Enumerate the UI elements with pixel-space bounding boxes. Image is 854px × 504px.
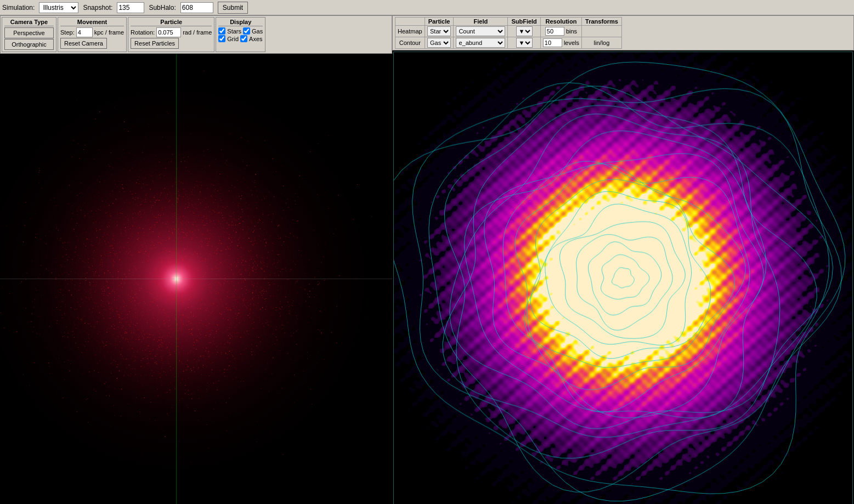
gas-label: Gas — [252, 28, 263, 35]
simulation-select[interactable]: Illustris TNG100 TNG300 — [39, 2, 78, 13]
subhalo-label: SubHalo: — [149, 4, 176, 12]
reset-particles-button[interactable]: Reset Particles — [131, 38, 179, 49]
right-panel: Particle Field SubField Resolution Trans… — [392, 15, 854, 504]
contour-resolution-input[interactable] — [543, 38, 562, 47]
top-toolbar: Simulation: Illustris TNG100 TNG300 Snap… — [0, 0, 854, 15]
contour-resolution-unit: levels — [564, 39, 579, 46]
perspective-button[interactable]: Perspective — [4, 27, 54, 38]
particle-section: Particle Rotation: rad / frame Reset Par… — [128, 17, 214, 52]
heatmap-resolution-unit: bins — [566, 28, 577, 35]
camera-type-section: Camera Type Perspective Orthographic — [2, 17, 56, 52]
snapshot-input[interactable] — [117, 2, 144, 13]
axes-checkbox[interactable] — [240, 35, 247, 42]
heatmap-view[interactable] — [393, 52, 853, 504]
col-subfield-header: SubField — [508, 18, 540, 26]
col-resolution-header: Resolution — [540, 18, 581, 26]
gas-checkbox[interactable] — [243, 27, 250, 35]
contour-transform: lin/log — [582, 37, 622, 49]
galaxy-canvas — [0, 54, 392, 504]
submit-button[interactable]: Submit — [218, 2, 248, 14]
camera-type-title: Camera Type — [4, 19, 54, 26]
heatmap-field-select[interactable]: Count Mass Velocity Temperature — [456, 26, 505, 36]
rotation-label: Rotation: — [131, 29, 155, 36]
contour-field-select[interactable]: e_abund Count Mass Temperature — [456, 38, 505, 48]
grid-label: Grid — [227, 36, 239, 42]
col-empty — [395, 18, 425, 26]
heatmap-subfield-select[interactable]: ▼ — [516, 26, 533, 36]
galaxy-view[interactable] — [0, 54, 392, 504]
heatmap-resolution-input[interactable] — [545, 27, 564, 36]
particle-title: Particle — [131, 19, 212, 26]
stars-label: Stars — [227, 28, 241, 35]
heatmap-transforms — [582, 26, 622, 37]
right-controls: Particle Field SubField Resolution Trans… — [392, 15, 854, 50]
heatmap-particle-select[interactable]: Star Gas DM — [427, 26, 451, 36]
snapshot-label: Snapshot: — [83, 4, 112, 12]
heatmap-label: Heatmap — [395, 26, 425, 37]
stars-checkbox[interactable] — [218, 27, 225, 35]
rotation-input[interactable] — [156, 27, 181, 37]
rotation-unit: rad / frame — [183, 29, 212, 36]
col-field-header: Field — [454, 18, 508, 26]
contour-subfield-select[interactable]: ▼ — [516, 38, 533, 48]
orthographic-button[interactable]: Orthographic — [4, 39, 54, 50]
step-unit: kpc / frame — [94, 29, 124, 36]
contour-row: Contour Gas Star DM e_abund Count — [395, 37, 622, 49]
heatmap-canvas — [394, 52, 852, 504]
reset-camera-button[interactable]: Reset Camera — [60, 38, 107, 49]
contour-particle-select[interactable]: Gas Star DM — [427, 38, 451, 48]
grid-checkbox[interactable] — [218, 35, 225, 42]
movement-title: Movement — [60, 19, 124, 26]
simulation-label: Simulation: — [2, 4, 35, 12]
left-controls: Camera Type Perspective Orthographic Mov… — [0, 15, 392, 54]
heatmap-row: Heatmap Star Gas DM Count Mass — [395, 26, 622, 37]
main-content: Camera Type Perspective Orthographic Mov… — [0, 15, 854, 504]
contour-label: Contour — [395, 37, 425, 49]
movement-section: Movement Step: kpc / frame Reset Camera — [58, 17, 127, 52]
display-title: Display — [218, 19, 263, 26]
col-transforms-header: Transforms — [582, 18, 622, 26]
display-section: Display Stars Gas Grid Axes — [216, 17, 265, 52]
col-particle-header: Particle — [425, 18, 454, 26]
step-input[interactable] — [76, 27, 93, 37]
subhalo-input[interactable] — [180, 2, 213, 13]
step-label: Step: — [60, 29, 75, 36]
left-panel: Camera Type Perspective Orthographic Mov… — [0, 15, 392, 504]
axes-label: Axes — [249, 36, 262, 42]
